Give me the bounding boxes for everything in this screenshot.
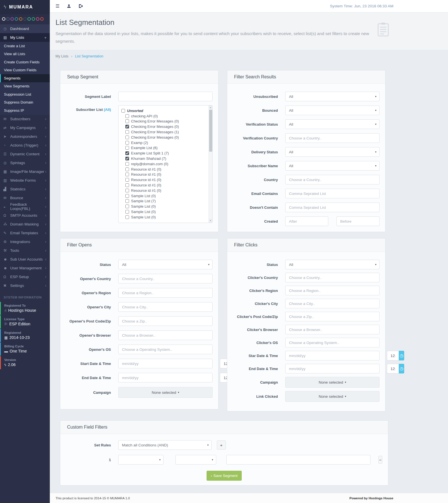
sidebar-item-settings[interactable]: ✖Settings‹	[0, 281, 50, 290]
time-picker-button[interactable]: ◷	[399, 351, 404, 360]
theme-dot[interactable]	[32, 17, 35, 21]
scroll-up-icon[interactable]: ▲	[209, 106, 212, 109]
list-item[interactable]: Resource id #1 (0)	[125, 188, 205, 193]
time-picker-button[interactable]: ◷	[399, 364, 404, 373]
list-item[interactable]: Examp (2)	[125, 140, 205, 145]
clicks-city-input[interactable]	[285, 299, 380, 308]
theme-dot[interactable]	[2, 17, 5, 21]
theme-dot[interactable]	[10, 17, 14, 21]
list-checkbox[interactable]	[125, 119, 129, 123]
segment-label-input[interactable]	[118, 92, 213, 101]
sidebar-item-autoresponders[interactable]: ➤Autoresponders‹	[0, 132, 50, 141]
list-item[interactable]: Unsorted	[121, 108, 205, 113]
list-checkbox[interactable]	[125, 146, 129, 150]
bounced-select[interactable]: All▾	[285, 106, 380, 115]
sidebar-item-bounce[interactable]: ✉Bounce‹	[0, 194, 50, 202]
scrollbar[interactable]: ▲ ▼	[209, 106, 212, 223]
list-item[interactable]: Sample List (0)	[125, 209, 205, 214]
sidebar-item-view-all-lists[interactable]: View all Lists	[0, 50, 50, 58]
clicks-end-time-input[interactable]	[387, 364, 399, 373]
clicks-campaign-dropdown[interactable]: None selected▾	[285, 377, 380, 388]
user-icon[interactable]	[67, 4, 71, 8]
list-checkbox[interactable]	[125, 141, 129, 145]
clicks-country-input[interactable]	[285, 273, 380, 282]
list-item[interactable]: Sample List (0)	[125, 193, 205, 199]
add-rule-button[interactable]: +	[217, 440, 226, 450]
app-logo[interactable]: ϟ MUMARA	[0, 0, 50, 14]
sidebar-item-my-lists[interactable]: ▤ My Lists ▾	[0, 33, 50, 42]
clicks-end-date-input[interactable]	[285, 364, 380, 373]
clicks-start-date-input[interactable]	[285, 351, 380, 360]
sidebar-item-spintags[interactable]: ◎Spintags‹	[0, 158, 50, 167]
list-checkbox[interactable]	[125, 173, 129, 176]
sidebar-item-view-custom-fields[interactable]: View Custom Fields	[0, 66, 50, 74]
opens-region-input[interactable]	[118, 288, 213, 298]
sidebar-item-website-forms[interactable]: ▥Website Forms‹	[0, 176, 50, 185]
save-segment-button[interactable]: ›Save Segment	[207, 471, 242, 481]
opens-campaign-dropdown[interactable]: None selected▾	[118, 387, 213, 398]
list-item[interactable]: Resource id #1 (0)	[125, 177, 205, 182]
sidebar-item-domain-masking[interactable]: ⁂Domain Masking‹	[0, 220, 50, 229]
sidebar-item-create-a-list[interactable]: Create a List	[0, 42, 50, 50]
opens-city-input[interactable]	[118, 302, 213, 312]
opens-browser-input[interactable]	[118, 330, 213, 340]
list-item[interactable]: Khurram Shahzad (7)	[125, 156, 205, 161]
rule-value-input[interactable]	[226, 455, 370, 465]
list-checkbox[interactable]	[125, 130, 129, 134]
list-checkbox[interactable]	[125, 136, 129, 139]
list-item[interactable]: Checking Error Messages (1)	[125, 129, 205, 135]
opens-status-select[interactable]: All▾	[118, 260, 213, 269]
list-item[interactable]: reply@domain.com (0)	[125, 161, 205, 167]
verification-status-select[interactable]: All▾	[285, 119, 380, 129]
list-checkbox[interactable]	[125, 189, 129, 192]
sidebar-item-actions-trigger[interactable]: ◔Actions (Trigger)‹	[0, 141, 50, 150]
sidebar-item-dashboard[interactable]: ◷ Dashboard	[0, 24, 50, 33]
logout-icon[interactable]	[78, 4, 83, 8]
theme-dot[interactable]	[27, 17, 31, 21]
list-checkbox[interactable]	[125, 162, 129, 166]
sidebar-item-dynamic-content[interactable]: ☰Dynamic Content‹	[0, 150, 50, 158]
created-after-input[interactable]	[285, 216, 328, 226]
sidebar-item-segments[interactable]: Segments	[0, 74, 50, 82]
clicks-status-select[interactable]: All▾	[285, 260, 380, 269]
breadcrumb-my-lists[interactable]: My Lists	[55, 54, 68, 58]
theme-dot[interactable]	[23, 17, 27, 21]
theme-dot[interactable]	[19, 17, 22, 21]
sidebar-item-integrations[interactable]: ⚙Integrations‹	[0, 237, 50, 246]
opens-country-input[interactable]	[118, 274, 213, 283]
list-item[interactable]: Checking Error Messages (0)	[125, 135, 205, 140]
rule-field-select[interactable]: ▾	[118, 455, 164, 465]
link-clicked-dropdown[interactable]: None selected▾	[285, 391, 380, 402]
list-item[interactable]: Resource id #1 (0)	[125, 167, 205, 172]
sidebar-item-create-custom-fields[interactable]: Create Custom Fields	[0, 58, 50, 66]
theme-dot[interactable]	[6, 17, 10, 21]
list-checkbox[interactable]	[125, 194, 129, 198]
opens-end-date-input[interactable]	[118, 373, 213, 382]
clicks-browser-input[interactable]	[285, 325, 380, 334]
sidebar-item-sub-user-accounts[interactable]: ☻Sub User Accounts‹	[0, 255, 50, 264]
sidebar-item-subscribers[interactable]: ✉Subscribers‹	[0, 115, 50, 123]
sidebar-item-email-templates[interactable]: ✎Email Templates‹	[0, 229, 50, 237]
country-input[interactable]	[285, 175, 380, 184]
sidebar-item-feedback-loops[interactable]: ◒Feedback Loops(FBL)‹	[0, 202, 50, 211]
delivery-status-select[interactable]: All▾	[285, 147, 380, 157]
sidebar-item-my-campaigns[interactable]: ⇄My Campaigns‹	[0, 123, 50, 132]
clicks-zip-input[interactable]	[285, 312, 380, 321]
list-checkbox[interactable]	[125, 215, 129, 219]
sidebar-item-view-segments[interactable]: View Segments	[0, 82, 50, 91]
sidebar-item-statistics[interactable]: ▟Statistics‹	[0, 185, 50, 194]
scrollbar-thumb[interactable]	[209, 110, 212, 152]
list-item[interactable]: Resource id #1 (0)	[125, 182, 205, 188]
list-checkbox[interactable]	[125, 183, 129, 187]
sidebar-item-suppress-ip[interactable]: Suppress IP	[0, 106, 50, 115]
select-all-link[interactable]: (All)	[104, 108, 111, 112]
sidebar-item-user-management[interactable]: ☻User Management‹	[0, 264, 50, 272]
scroll-down-icon[interactable]: ▼	[209, 219, 212, 223]
list-item[interactable]: Resource id #1 (0)	[125, 172, 205, 177]
list-checkbox[interactable]	[125, 167, 129, 171]
sidebar-item-esp-setup[interactable]: ΩESP Setup‹	[0, 272, 50, 281]
theme-dot[interactable]	[36, 17, 39, 21]
list-checkbox[interactable]	[125, 205, 129, 208]
list-checkbox[interactable]	[125, 125, 129, 128]
list-checkbox[interactable]	[125, 178, 129, 182]
